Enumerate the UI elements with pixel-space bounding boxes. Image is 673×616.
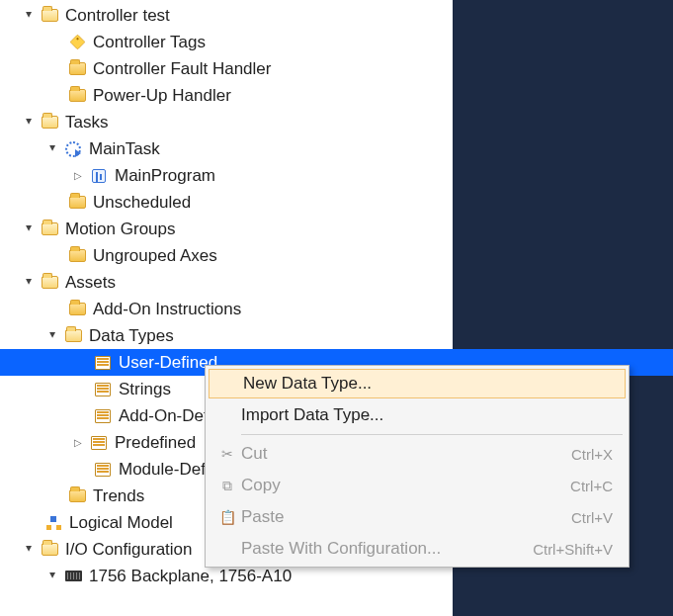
expand-toggle[interactable]: ▲ — [45, 142, 59, 156]
tree-label: MainProgram — [115, 162, 215, 189]
tree-label: Controller Tags — [93, 29, 206, 55]
tree-item-mainprogram[interactable]: ▷ MainProgram — [0, 162, 673, 189]
folder-icon — [67, 194, 87, 212]
folder-open-icon — [40, 114, 59, 132]
program-icon — [89, 167, 109, 185]
tag-icon — [67, 34, 87, 51]
paste-icon: 📋 — [213, 509, 241, 525]
expand-toggle[interactable]: ▲ — [45, 570, 59, 583]
expand-toggle[interactable]: ▲ — [45, 329, 59, 343]
tree-label: User-Defined — [119, 349, 217, 376]
expand-toggle[interactable]: ▲ — [22, 222, 36, 236]
copy-icon: ⧉ — [213, 478, 241, 494]
menu-label: New Data Type... — [243, 374, 611, 394]
tree-item-controller[interactable]: ▲ Controller test — [0, 2, 673, 29]
tree-label: Data Types — [89, 322, 174, 349]
folder-open-icon — [40, 541, 59, 559]
tree-item-unscheduled[interactable]: Unscheduled — [0, 189, 673, 216]
menu-shortcut: Ctrl+X — [571, 446, 613, 463]
folder-open-icon — [40, 220, 59, 238]
tree-label: Unscheduled — [93, 189, 191, 216]
tree-item-fault-handler[interactable]: Controller Fault Handler — [0, 55, 673, 82]
tree-label: Assets — [65, 269, 116, 296]
cut-icon: ✂ — [213, 446, 241, 462]
menu-paste-config: Paste With Configuration... Ctrl+Shift+V — [208, 533, 627, 565]
menu-label: Cut — [241, 444, 571, 464]
folder-icon — [67, 87, 87, 105]
expand-toggle[interactable]: ▲ — [22, 276, 36, 290]
datatype-icon — [93, 381, 113, 398]
chassis-icon — [63, 568, 83, 585]
tree-label: Ungrouped Axes — [93, 242, 217, 269]
expand-toggle[interactable]: ▷ — [71, 436, 85, 450]
menu-shortcut: Ctrl+C — [570, 478, 613, 494]
tree-item-data-types[interactable]: ▲ Data Types — [0, 322, 673, 349]
tree-label: Add-On Instructions — [93, 296, 241, 322]
tree-label: I/O Configuration — [65, 536, 193, 563]
menu-label: Paste — [241, 507, 571, 527]
menu-shortcut: Ctrl+Shift+V — [533, 541, 613, 558]
menu-label: Import Data Type... — [241, 405, 613, 425]
task-icon — [63, 140, 83, 158]
context-menu: New Data Type... Import Data Type... ✂ C… — [205, 365, 630, 568]
tree-item-tasks[interactable]: ▲ Tasks — [0, 109, 673, 135]
menu-copy: ⧉ Copy Ctrl+C — [208, 470, 627, 501]
menu-cut: ✂ Cut Ctrl+X — [208, 438, 627, 470]
expand-toggle[interactable]: ▷ — [71, 169, 85, 183]
tree-item-powerup-handler[interactable]: Power-Up Handler — [0, 82, 673, 109]
tree-label: Controller test — [65, 2, 170, 29]
tree-item-maintask[interactable]: ▲ MainTask — [0, 135, 673, 162]
tree-label: Controller Fault Handler — [93, 55, 271, 82]
menu-paste: 📋 Paste Ctrl+V — [208, 501, 627, 533]
folder-icon — [67, 247, 87, 265]
menu-import-data-type[interactable]: Import Data Type... — [208, 399, 627, 431]
tree-label: Tasks — [65, 109, 108, 135]
menu-new-data-type[interactable]: New Data Type... — [209, 369, 626, 398]
menu-label: Paste With Configuration... — [241, 539, 533, 559]
menu-label: Copy — [241, 476, 570, 495]
datatype-icon — [93, 407, 113, 425]
tree-label: MainTask — [89, 135, 160, 162]
folder-icon — [67, 487, 87, 505]
menu-separator — [241, 434, 623, 435]
expand-toggle[interactable]: ▲ — [22, 9, 36, 23]
folder-open-icon — [63, 327, 83, 345]
tree-item-addon-instructions[interactable]: Add-On Instructions — [0, 296, 673, 322]
datatype-icon — [89, 434, 109, 452]
menu-shortcut: Ctrl+V — [571, 509, 613, 526]
tree-label: Strings — [119, 376, 171, 402]
datatype-icon — [93, 461, 113, 479]
logical-model-icon — [43, 514, 63, 532]
expand-toggle[interactable]: ▲ — [22, 116, 36, 130]
tree-label: Trends — [93, 483, 144, 509]
datatype-icon — [93, 354, 113, 372]
expand-toggle[interactable]: ▲ — [22, 543, 36, 557]
folder-open-icon — [40, 7, 59, 25]
folder-icon — [67, 301, 87, 318]
tree-label: Predefined — [115, 429, 196, 456]
tree-item-motion-groups[interactable]: ▲ Motion Groups — [0, 216, 673, 242]
tree-label: Motion Groups — [65, 216, 176, 242]
folder-open-icon — [40, 274, 59, 292]
tree-item-assets[interactable]: ▲ Assets — [0, 269, 673, 296]
tree-label: Logical Model — [69, 509, 173, 536]
tree-item-controller-tags[interactable]: Controller Tags — [0, 29, 673, 55]
folder-icon — [67, 60, 87, 78]
tree-label: Power-Up Handler — [93, 82, 231, 109]
tree-item-ungrouped-axes[interactable]: Ungrouped Axes — [0, 242, 673, 269]
